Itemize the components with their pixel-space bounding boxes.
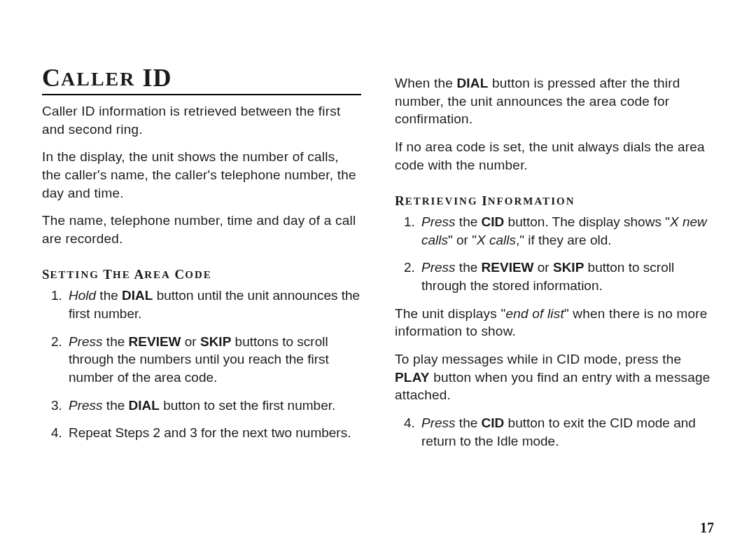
left-column: CALLER ID Caller ID information is retri… (42, 49, 361, 460)
list-item: Press the DIAL button to set the first n… (66, 397, 361, 415)
page-number: 17 (700, 520, 714, 536)
list-item: Press the CID button to exit the CID mod… (419, 414, 714, 450)
intro-paragraph: In the display, the unit shows the numbe… (42, 148, 361, 202)
retrieving-info-steps-1-2: Press the CID button. The display shows … (395, 213, 714, 295)
body-paragraph: When the DIAL button is pressed after th… (395, 74, 714, 128)
manual-page: CALLER ID Caller ID information is retri… (0, 0, 756, 550)
setting-area-code-steps: Hold the DIAL button until the unit anno… (42, 287, 361, 441)
list-item: Press the CID button. The display shows … (419, 213, 714, 249)
retrieving-info-steps-4: Press the CID button to exit the CID mod… (395, 414, 714, 450)
intro-paragraph: The name, telephone number, time and day… (42, 212, 361, 247)
body-paragraph: To play messages while in CID mode, pres… (395, 350, 714, 404)
list-item: Press the REVIEW or SKIP buttons to scro… (66, 333, 361, 387)
title-part: C (42, 64, 61, 92)
right-column: When the DIAL button is pressed after th… (395, 49, 714, 460)
list-item: Hold the DIAL button until the unit anno… (66, 287, 361, 322)
title-part: ALLER (61, 68, 135, 90)
section-heading-setting-area-code: SETTING THE AREA CODE (42, 267, 361, 282)
title-part: ID (135, 64, 172, 92)
section-heading-retrieving-info: RETRIEVING INFORMATION (395, 193, 714, 209)
list-item: Press the REVIEW or SKIP button to scrol… (419, 259, 714, 294)
intro-paragraph: Caller ID information is retrieved betwe… (42, 102, 361, 138)
two-column-layout: CALLER ID Caller ID information is retri… (42, 49, 714, 460)
list-item: Repeat Steps 2 and 3 for the next two nu… (66, 424, 361, 442)
body-paragraph: If no area code is set, the unit always … (395, 138, 714, 174)
page-title: CALLER ID (42, 63, 361, 95)
body-paragraph: The unit displays "end of list" when the… (395, 305, 714, 341)
